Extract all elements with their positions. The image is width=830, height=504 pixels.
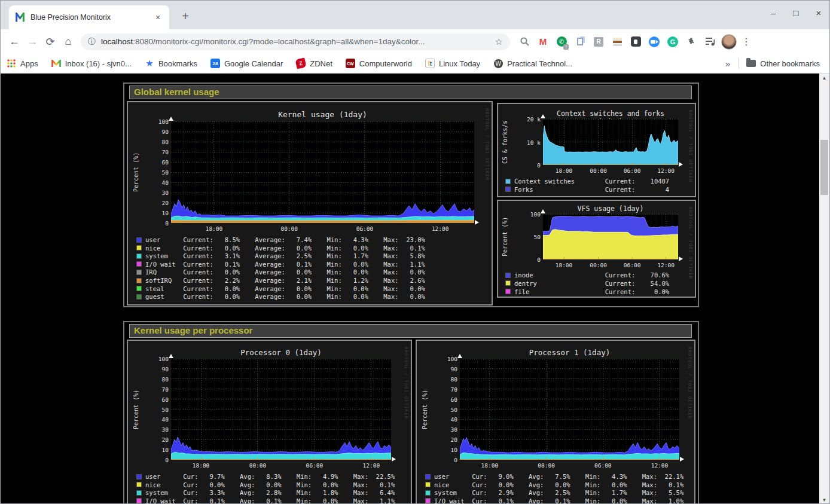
close-button[interactable]: × — [814, 8, 823, 18]
y-tick-label: 100 — [519, 211, 541, 218]
legend-row: system Cur: 2.9% Avg: 2.5% Min: 1.7% Max… — [425, 489, 683, 496]
y-tick-label: 30 — [147, 426, 169, 433]
legend-text: IRQ Current: 0.0% Average: 0.0% Min: 0.0… — [145, 268, 425, 276]
legend-color-swatch — [505, 280, 511, 286]
y-tick-label: 20 — [147, 200, 169, 206]
legend-text: user Cur: 9.0% Avg: 7.5% Min: 4.3% Max: … — [434, 473, 683, 480]
apps-shortcut[interactable]: Apps — [7, 59, 38, 68]
bookmark-label: Bookmarks — [158, 59, 197, 68]
y-tick-label: 70 — [147, 386, 169, 393]
bookmark-gmail-inbox[interactable]: Inbox (16) - sjvn0... — [51, 59, 132, 68]
y-tick-label: 50 — [147, 169, 169, 176]
bookmarks-bar: Apps Inbox (16) - sjvn0... ★ Bookmarks 2… — [1, 54, 829, 74]
y-tick-label: 0 — [436, 457, 457, 463]
apps-grid-icon — [7, 59, 16, 68]
bookmark-star-icon[interactable]: ☆ — [495, 36, 503, 47]
proc0-graph-panel[interactable]: Processor 0 (1day)RRDTOOL / TOBI OETIKER… — [127, 340, 412, 504]
proc1-graph-panel[interactable]: Processor 1 (1day)RRDTOOL / TOBI OETIKER… — [416, 340, 695, 504]
context-graph-panel[interactable]: Context switches and forks (1day)RRDTOOL… — [497, 103, 696, 197]
linux-today-icon: lt — [425, 59, 435, 68]
legend-row: user Current: 8.5% Average: 7.4% Min: 4.… — [136, 236, 425, 243]
legend-text: Context switches Current: 10407 — [514, 178, 669, 185]
x-axis-arrow-icon — [680, 457, 684, 462]
url-text[interactable]: localhost:8080/monitorix-cgi/monitorix.c… — [101, 37, 490, 46]
back-icon[interactable]: ← — [5, 35, 23, 48]
tab-close-icon[interactable]: × — [152, 13, 163, 22]
y-tick-label: 50 — [436, 407, 457, 413]
y-tick-label: 100 — [147, 356, 169, 362]
rrdtool-watermark: RRDTOOL / TOBI OETIKER — [484, 108, 490, 181]
copy-icon[interactable] — [573, 35, 587, 49]
plot-area — [543, 214, 678, 259]
zoom-icon[interactable] — [647, 35, 661, 49]
legend-text: inode Current: 70.6% — [514, 271, 669, 279]
playlist-icon[interactable] — [703, 35, 717, 49]
x-axis-arrow-icon — [392, 457, 396, 462]
search-icon[interactable] — [517, 35, 532, 49]
y-tick-label: 60 — [436, 396, 457, 403]
y-tick-label: 80 — [436, 376, 457, 383]
scroll-up-icon[interactable]: ▲ — [819, 74, 829, 83]
url-host: localhost — [101, 37, 133, 46]
x-tick-label: 18:00 — [477, 462, 503, 469]
home-icon[interactable]: ⌂ — [59, 35, 77, 48]
y-tick-label: 40 — [436, 416, 457, 423]
page-info-icon[interactable]: ⓘ — [88, 36, 96, 47]
blue-star-icon: ★ — [145, 59, 154, 68]
x-tick-label: 06:00 — [619, 262, 645, 268]
x-tick-label: 12:00 — [653, 262, 679, 268]
browser-menu-icon[interactable]: ⋮ — [741, 36, 752, 47]
browser-tab[interactable]: Blue Precision Monitorix × — [9, 5, 169, 29]
y-tick-label: 20 — [147, 436, 169, 443]
x-tick-label: 18:00 — [551, 167, 577, 174]
x-tick-label: 12:00 — [358, 462, 385, 469]
vfs-graph-panel[interactable]: VFS usage (1day)RRDTOOL / TOBI OETIKERPe… — [497, 200, 696, 298]
scrollbar[interactable]: ▲ ▼ — [819, 74, 829, 504]
legend-color-swatch — [136, 482, 142, 487]
legend-row: dentry Current: 54.0% — [505, 280, 669, 287]
r-icon[interactable]: R — [591, 35, 606, 49]
scrollbar-thumb[interactable] — [820, 140, 828, 195]
voice-icon[interactable]: ✆? — [554, 35, 569, 49]
url-bar[interactable]: ⓘ localhost:8080/monitorix-cgi/monitorix… — [81, 33, 510, 50]
bookmark-practical-tech[interactable]: W Practical Technol... — [493, 59, 572, 68]
grammarly-icon[interactable]: G — [666, 35, 680, 49]
bookmark-google-calendar[interactable]: 28 Google Calendar — [210, 59, 283, 68]
browser-window: { "browser": { "tab_title": "Blue Precis… — [0, 0, 830, 504]
reload-icon[interactable]: ⟳ — [41, 35, 59, 48]
x-tick-label: 00:00 — [585, 262, 612, 268]
bookmark-label: Google Calendar — [224, 59, 283, 68]
computerworld-icon: CW — [346, 59, 355, 68]
toolbar: ← → ⟳ ⌂ ⓘ localhost:8080/monitorix-cgi/m… — [1, 29, 829, 54]
section-title: Kernel usage per processor — [129, 324, 692, 338]
profile-avatar[interactable] — [721, 34, 737, 50]
x-axis-arrow-icon — [679, 162, 683, 167]
forward-icon[interactable]: → — [23, 35, 41, 48]
legend-text: nice Cur: 0.0% Avg: 0.0% Min: 0.0% Max: … — [145, 481, 395, 488]
bookmarks-overflow-chevron[interactable]: » — [725, 59, 730, 69]
legend-text: I/O wait Current: 0.1% Average: 0.1% Min… — [145, 261, 425, 268]
new-tab-button[interactable]: + — [178, 9, 193, 25]
legend-color-swatch — [136, 490, 142, 496]
minimize-button[interactable]: – — [768, 8, 778, 18]
puzzle-icon[interactable] — [684, 35, 698, 49]
maximize-button[interactable]: □ — [791, 8, 801, 18]
kernel-graph-panel[interactable]: Kernel usage (1day)RRDTOOL / TOBI OETIKE… — [127, 101, 493, 306]
books-icon[interactable] — [610, 35, 624, 49]
widget-icon[interactable] — [628, 35, 643, 49]
y-tick-label: 80 — [147, 139, 169, 145]
y-tick-label: 40 — [147, 416, 169, 423]
bookmark-linux-today[interactable]: lt Linux Today — [425, 59, 480, 68]
legend-text: guest Current: 0.0% Average: 0.0% Min: 0… — [145, 293, 425, 300]
other-bookmarks-button[interactable]: Other bookmarks — [746, 59, 820, 68]
bookmark-zdnet[interactable]: Z ZDNet — [296, 59, 332, 68]
scroll-down-icon[interactable]: ▼ — [819, 496, 829, 504]
x-tick-label: 18:00 — [201, 225, 227, 232]
bookmark-bookmarks[interactable]: ★ Bookmarks — [145, 59, 197, 68]
bookmark-computerworld[interactable]: CW Computerworld — [346, 59, 412, 68]
gmail-icon[interactable]: M — [536, 35, 550, 49]
y-tick-label: 30 — [436, 426, 457, 433]
legend-text: system Cur: 3.3% Avg: 2.8% Min: 1.8% Max… — [145, 489, 395, 496]
legend-color-swatch — [425, 498, 431, 503]
y-tick-label: 90 — [436, 366, 457, 372]
